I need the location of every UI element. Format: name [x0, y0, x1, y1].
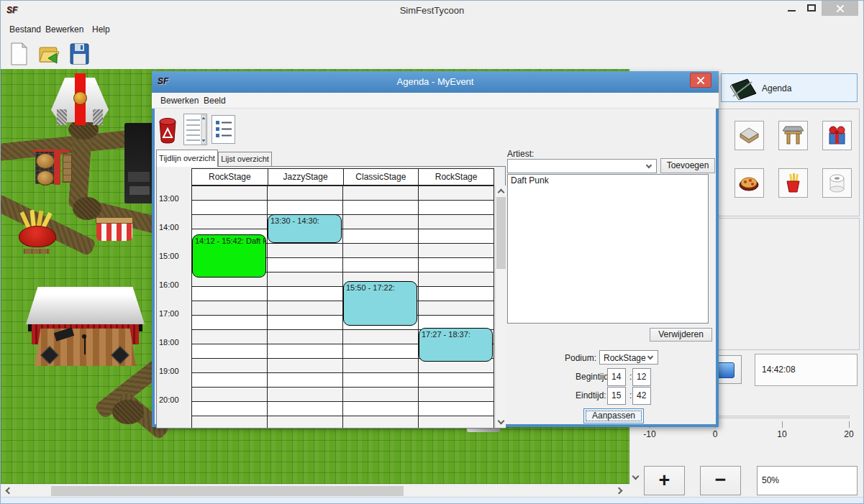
apply-button[interactable]: Aanpassen: [583, 408, 644, 423]
delete-tool-button[interactable]: [158, 116, 178, 147]
scroll-down-icon[interactable]: [632, 473, 640, 480]
begin-hour-field[interactable]: 14: [607, 368, 626, 386]
open-file-button[interactable]: [37, 41, 63, 67]
tent-leg: [57, 109, 67, 125]
timeline-view-button[interactable]: [183, 114, 207, 145]
minimize-icon: [788, 10, 796, 12]
application-window: SF SimFestTycoon Bestand Bewerken Help: [0, 0, 864, 504]
zoom-level-display: 50%: [757, 466, 858, 495]
artist-combobox[interactable]: [507, 159, 657, 173]
scroll-up-icon[interactable]: [498, 189, 505, 196]
maximize-button[interactable]: [801, 1, 822, 16]
timeline-view-icon: [184, 114, 206, 145]
road-tile-icon: [738, 124, 760, 147]
agenda-dialog: SF Agenda - MyEvent Bewerken Beeld: [152, 71, 719, 427]
striped-stand[interactable]: [96, 217, 133, 242]
grid-scrollbar[interactable]: [495, 185, 506, 428]
shop-item-fries[interactable]: [778, 168, 808, 198]
dialog-close-button[interactable]: [690, 73, 711, 88]
scroll-right-icon[interactable]: [616, 487, 623, 495]
window-title: SimFestTycoon: [1, 5, 863, 16]
map-horizontal-scrollbar[interactable]: [1, 484, 629, 497]
stage-roof: [26, 287, 145, 324]
gift-icon: [826, 124, 848, 147]
agenda-book-icon: [727, 78, 758, 101]
title-bar[interactable]: SF SimFestTycoon: [1, 1, 863, 22]
shop-item-gift[interactable]: [822, 121, 852, 150]
artist-listbox[interactable]: Daft Punk: [507, 174, 709, 324]
podium-value: RockStage: [604, 353, 646, 363]
slider-tick-label: 20: [844, 429, 853, 439]
main-stage[interactable]: [26, 287, 145, 370]
shop-item-road-tile[interactable]: [735, 121, 764, 150]
dialog-title-bar[interactable]: SF Agenda - MyEvent: [152, 71, 719, 93]
schedule-event[interactable]: 14:12 - 15:42: Daft Punk: [192, 234, 266, 278]
schedule-grid: 13:0014:0015:0016:0017:0018:0019:0020:00…: [156, 166, 506, 429]
pizza-icon: [738, 172, 760, 194]
list-view-button[interactable]: [212, 115, 235, 144]
path-crossing: [112, 400, 144, 424]
time-separator: :: [629, 390, 632, 400]
burger-stand[interactable]: [33, 150, 75, 185]
mic-stand: [84, 337, 86, 354]
toilet-paper-icon: [826, 172, 848, 194]
menu-bestand[interactable]: Bestand: [6, 24, 44, 35]
tent-leg: [93, 109, 103, 125]
time-label: 18:00: [159, 338, 179, 347]
dialog-menu-bar: Bewerken Beeld: [152, 93, 719, 109]
add-artist-button[interactable]: Toevoegen: [660, 158, 715, 173]
new-file-icon: [6, 41, 32, 67]
slider-tick-label: 0: [713, 429, 718, 439]
podium-combobox[interactable]: RockStage: [599, 350, 658, 365]
save-floppy-icon: [67, 41, 93, 67]
end-hour-field[interactable]: 15: [607, 387, 626, 405]
time-separator: :: [629, 372, 632, 382]
time-label: 16:00: [159, 280, 179, 289]
grid-body[interactable]: 14:12 - 15:42: Daft Punk13:30 - 14:30:15…: [191, 185, 494, 428]
begin-minute-field[interactable]: 12: [632, 368, 651, 386]
tab-tijdlijn-overzicht[interactable]: Tijdlijn overzicht: [156, 150, 218, 167]
tent-logo: [73, 91, 87, 105]
column-header: ClassicStage: [343, 169, 419, 185]
grid-header-row: RockStageJazzyStageClassicStageRockStage: [191, 168, 494, 185]
column-header: JazzyStage: [268, 169, 343, 185]
schedule-event[interactable]: 15:50 - 17:22:: [343, 281, 417, 325]
minimize-button[interactable]: [781, 1, 801, 16]
shop-item-pizza[interactable]: [735, 168, 764, 198]
schedule-event[interactable]: 17:27 - 18:37:: [419, 328, 493, 362]
fries-bowl: [19, 226, 56, 247]
scroll-left-icon[interactable]: [6, 487, 13, 495]
close-button[interactable]: [822, 1, 858, 16]
zoom-in-button[interactable]: +: [644, 466, 685, 495]
dialog-menu-beeld[interactable]: Beeld: [201, 95, 229, 106]
tab-lijst-overzicht[interactable]: Lijst overzicht: [218, 152, 272, 167]
maximize-icon: [807, 4, 816, 12]
chevron-down-icon: [647, 354, 653, 359]
shop-item-toilet-paper[interactable]: [822, 168, 852, 198]
remove-artist-button[interactable]: Verwijderen: [650, 328, 712, 342]
zoom-out-button[interactable]: −: [700, 466, 741, 495]
dialog-menu-bewerken[interactable]: Bewerken: [158, 95, 201, 106]
time-gutter: 13:0014:0015:0016:0017:0018:0019:0020:00: [157, 167, 191, 428]
time-label: 14:00: [159, 223, 179, 232]
new-file-button[interactable]: [6, 41, 32, 67]
scrollbar-thumb[interactable]: [51, 486, 404, 496]
artist-list-item[interactable]: Daft Punk: [508, 175, 708, 186]
shop-item-gate[interactable]: [778, 121, 808, 150]
scroll-down-icon[interactable]: [498, 418, 505, 425]
save-button[interactable]: [67, 41, 93, 67]
scrollbar-thumb[interactable]: [496, 197, 506, 269]
time-label: 15:00: [159, 252, 179, 260]
gate-icon: [782, 124, 804, 147]
dialog-title: Agenda - MyEvent: [152, 76, 719, 87]
end-minute-field[interactable]: 42: [632, 387, 651, 405]
speaker-stack[interactable]: [124, 123, 155, 203]
menu-help[interactable]: Help: [89, 24, 113, 35]
slider-tick-label: -10: [643, 429, 655, 439]
menu-bewerken[interactable]: Bewerken: [42, 24, 86, 35]
agenda-button[interactable]: Agenda: [721, 73, 858, 102]
bench: [63, 154, 72, 183]
schedule-event[interactable]: 13:30 - 14:30:: [268, 214, 342, 243]
fries-stand[interactable]: [18, 210, 57, 255]
time-label: 13:00: [159, 194, 179, 203]
